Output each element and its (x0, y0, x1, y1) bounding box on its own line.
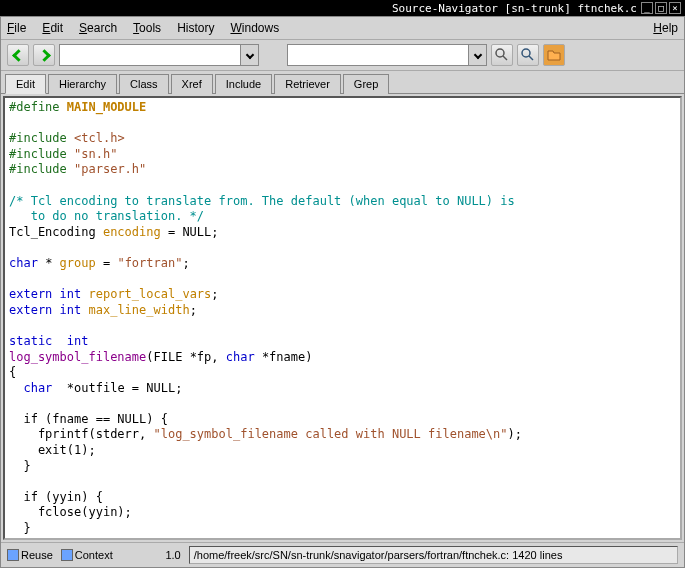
tab-include[interactable]: Include (215, 74, 272, 94)
tabbar: Edit Hierarchy Class Xref Include Retrie… (1, 71, 684, 94)
chevron-down-icon (245, 51, 253, 59)
pattern-combo[interactable] (287, 44, 487, 66)
checkbox-icon (7, 549, 19, 561)
chevron-down-icon (473, 51, 481, 59)
search-button[interactable] (517, 44, 539, 66)
tab-retriever[interactable]: Retriever (274, 74, 341, 94)
find-button[interactable] (491, 44, 513, 66)
back-button[interactable] (7, 44, 29, 66)
folder-button[interactable] (543, 44, 565, 66)
forward-button[interactable] (33, 44, 55, 66)
svg-line-1 (503, 56, 507, 60)
arrow-right-icon (38, 49, 51, 62)
status-version: 1.0 (121, 549, 181, 561)
menu-history[interactable]: History (177, 21, 214, 35)
menu-windows[interactable]: Windows (230, 21, 279, 35)
pattern-dropdown[interactable] (468, 45, 486, 65)
tab-class[interactable]: Class (119, 74, 169, 94)
svg-point-0 (496, 49, 504, 57)
menu-edit[interactable]: Edit (42, 21, 63, 35)
menu-search[interactable]: Search (79, 21, 117, 35)
minimize-button[interactable]: _ (641, 2, 653, 14)
symbol-dropdown[interactable] (240, 45, 258, 65)
context-toggle[interactable]: Context (61, 549, 113, 561)
tab-grep[interactable]: Grep (343, 74, 389, 94)
titlebar: Source-Navigator [sn-trunk] ftnchek.c _ … (0, 0, 685, 16)
window-title: Source-Navigator [sn-trunk] ftnchek.c (0, 2, 641, 15)
magnifier-icon (521, 48, 535, 62)
toolbar (1, 40, 684, 71)
menu-file[interactable]: File (7, 21, 26, 35)
svg-line-3 (529, 56, 533, 60)
arrow-left-icon (12, 49, 25, 62)
search-icon (495, 48, 509, 62)
checkbox-icon (61, 549, 73, 561)
tab-edit[interactable]: Edit (5, 74, 46, 94)
window: File Edit Search Tools History Windows H… (0, 16, 685, 568)
symbol-input[interactable] (60, 48, 240, 62)
menu-help[interactable]: Help (653, 21, 678, 35)
pattern-input[interactable] (288, 48, 468, 62)
folder-icon (547, 48, 561, 62)
tab-hierarchy[interactable]: Hierarchy (48, 74, 117, 94)
maximize-button[interactable]: □ (655, 2, 667, 14)
close-button[interactable]: × (669, 2, 681, 14)
menubar: File Edit Search Tools History Windows H… (1, 17, 684, 40)
svg-point-2 (522, 49, 530, 57)
statusbar: Reuse Context 1.0 /home/freek/src/SN/sn-… (1, 542, 684, 567)
reuse-toggle[interactable]: Reuse (7, 549, 53, 561)
status-path: /home/freek/src/SN/sn-trunk/snavigator/p… (189, 546, 678, 564)
symbol-combo[interactable] (59, 44, 259, 66)
tab-xref[interactable]: Xref (171, 74, 213, 94)
code-editor[interactable]: #define MAIN_MODULE #include <tcl.h> #in… (3, 96, 682, 540)
menu-tools[interactable]: Tools (133, 21, 161, 35)
